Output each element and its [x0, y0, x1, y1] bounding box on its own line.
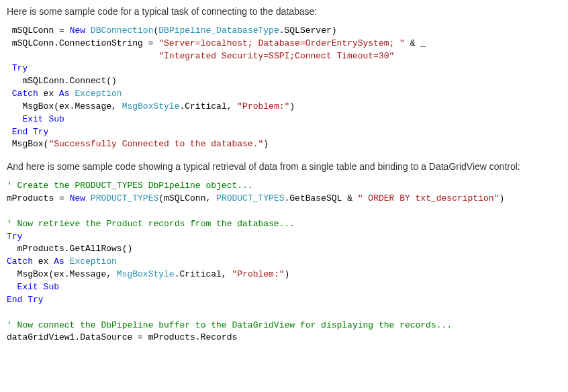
- type-product-types: PRODUCT_TYPES: [91, 193, 158, 203]
- code-text: ex: [33, 256, 54, 266]
- code-text: & _: [405, 38, 426, 48]
- keyword-exit-sub: Exit Sub: [7, 114, 64, 124]
- code-text: [85, 193, 91, 203]
- code-text: mProducts.GetAllRows(): [7, 244, 132, 254]
- string-literal: " ORDER BY txt_description": [358, 193, 500, 203]
- intro-paragraph-1: Here is some sample code for a typical t…: [7, 5, 561, 18]
- code-text: MsgBox(ex.Message,: [7, 101, 122, 111]
- type-dbpipeline-databasetype: DBPipeline_DatabaseType: [158, 26, 279, 36]
- code-text: ): [285, 269, 290, 279]
- comment: ' Create the PRODUCT_TYPES DbPipeline ob…: [7, 181, 253, 191]
- code-text: .GetBaseSQL &: [285, 193, 358, 203]
- intro-paragraph-2: And here is some sample code showing a t…: [7, 160, 561, 173]
- code-text: mSQLConn =: [7, 26, 70, 36]
- code-text: ): [289, 101, 295, 111]
- comment: ' Now retrieve the Product records from …: [7, 219, 295, 229]
- string-literal: "Problem:": [237, 101, 289, 111]
- keyword-catch: Catch: [7, 89, 38, 99]
- keyword-end-try: End Try: [7, 127, 48, 137]
- string-literal: "Server=localhost; Database=OrderEntrySy…: [158, 38, 405, 48]
- code-block-2: ' Create the PRODUCT_TYPES DbPipeline ob…: [7, 180, 561, 344]
- code-text: [64, 256, 70, 266]
- keyword-end-try: End Try: [7, 295, 44, 305]
- code-text: ): [499, 193, 504, 203]
- type-exception: Exception: [70, 256, 117, 266]
- keyword-exit-sub: Exit Sub: [7, 282, 59, 292]
- string-literal: "Integrated Security=SSPI;Connect Timeou…: [158, 51, 394, 61]
- keyword-try: Try: [7, 63, 28, 73]
- keyword-catch: Catch: [7, 256, 33, 266]
- code-text: mProducts =: [7, 193, 70, 203]
- string-literal: "Successfully Connected to the database.…: [48, 139, 263, 149]
- code-text: [85, 26, 91, 36]
- code-text: mSQLConn.ConnectionString =: [7, 38, 158, 48]
- string-literal: "Problem:": [232, 269, 284, 279]
- type-exception: Exception: [75, 89, 122, 99]
- code-text: ex: [38, 89, 59, 99]
- keyword-new: New: [70, 193, 85, 203]
- type-product-types: PRODUCT_TYPES: [216, 193, 284, 203]
- type-msgboxstyle: MsgBoxStyle: [122, 101, 180, 111]
- type-msgboxstyle: MsgBoxStyle: [117, 269, 175, 279]
- code-block-1: mSQLConn = New DBConnection(DBPipeline_D…: [7, 25, 561, 151]
- keyword-as: As: [59, 89, 70, 99]
- keyword-try: Try: [7, 232, 22, 242]
- code-text: MsgBox(: [7, 139, 48, 149]
- code-text: dataGridView1.DataSource = mProducts.Rec…: [7, 332, 237, 342]
- code-text: (mSQLConn,: [158, 193, 216, 203]
- code-text: [7, 51, 158, 61]
- code-text: .Critical,: [179, 101, 237, 111]
- comment: ' Now connect the DbPipeline buffer to t…: [7, 320, 452, 330]
- code-text: .SQLServer): [279, 26, 337, 36]
- code-text: .Critical,: [175, 269, 232, 279]
- type-dbconnection: DBConnection: [91, 26, 154, 36]
- code-text: ): [263, 139, 269, 149]
- keyword-as: As: [54, 256, 64, 266]
- keyword-new: New: [70, 26, 85, 36]
- code-text: MsgBox(ex.Message,: [7, 269, 117, 279]
- code-text: mSQLConn.Connect(): [7, 76, 117, 86]
